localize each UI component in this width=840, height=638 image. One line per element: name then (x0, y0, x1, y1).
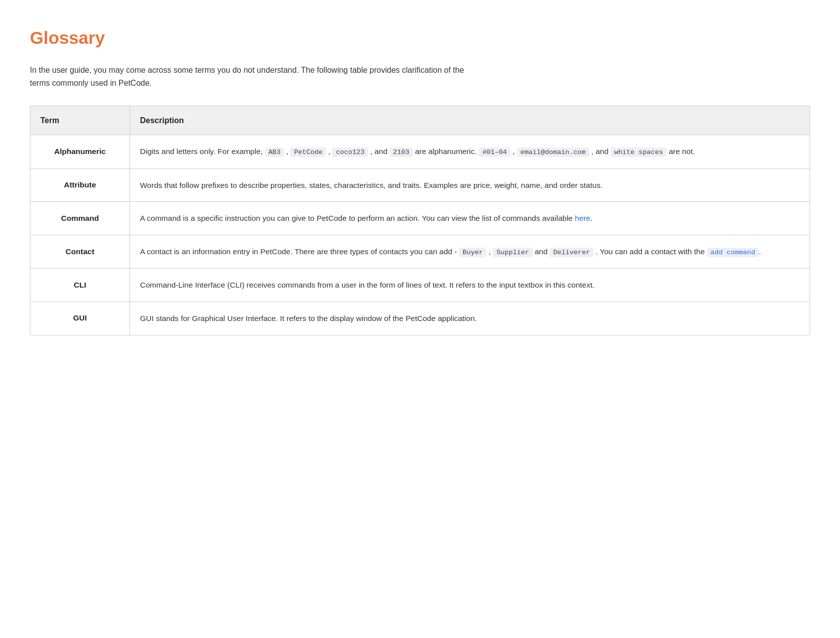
description-cell: A contact is an information entry in Pet… (130, 235, 810, 269)
table-row: Alphanumeric Digits and letters only. Fo… (30, 135, 810, 169)
code-snippet: Buyer (459, 248, 487, 257)
column-header-description: Description (130, 106, 810, 135)
code-snippet: PetCode (290, 148, 326, 157)
column-header-term: Term (30, 106, 130, 135)
code-snippet: #01–04 (479, 148, 510, 157)
here-link[interactable]: here (575, 214, 590, 222)
code-snippet: coco123 (332, 148, 368, 157)
code-snippet: white spaces (611, 148, 667, 157)
code-snippet: AB3 (265, 148, 284, 157)
term-cell: Alphanumeric (30, 135, 130, 169)
code-snippet: Supplier (493, 248, 533, 257)
code-snippet: Deliverer (550, 248, 593, 257)
term-cell: Command (30, 202, 130, 235)
table-row: Attribute Words that follow prefixes to … (30, 168, 810, 202)
term-cell: Contact (30, 235, 130, 269)
table-row: CLI Command-Line Interface (CLI) receive… (30, 269, 810, 302)
add-command-link[interactable]: add command (707, 248, 759, 257)
code-snippet: 2103 (390, 148, 413, 157)
table-row: Contact A contact is an information entr… (30, 235, 810, 269)
description-cell: Words that follow prefixes to describe p… (130, 168, 810, 202)
description-cell: Command-Line Interface (CLI) receives co… (130, 269, 810, 302)
glossary-table: Term Description Alphanumeric Digits and… (30, 106, 810, 335)
table-row: Command A command is a specific instruct… (30, 202, 810, 235)
term-cell: GUI (30, 302, 130, 335)
table-header-row: Term Description (30, 106, 810, 135)
term-cell: Attribute (30, 168, 130, 202)
table-row: GUI GUI stands for Graphical User Interf… (30, 302, 810, 335)
description-cell: Digits and letters only. For example, AB… (130, 135, 810, 169)
term-cell: CLI (30, 269, 130, 302)
code-snippet: email@domain.com (517, 148, 589, 157)
intro-text: In the user guide, you may come across s… (30, 64, 478, 89)
description-cell: A command is a specific instruction you … (130, 202, 810, 235)
description-cell: GUI stands for Graphical User Interface.… (130, 302, 810, 335)
page-title: Glossary (30, 24, 810, 52)
